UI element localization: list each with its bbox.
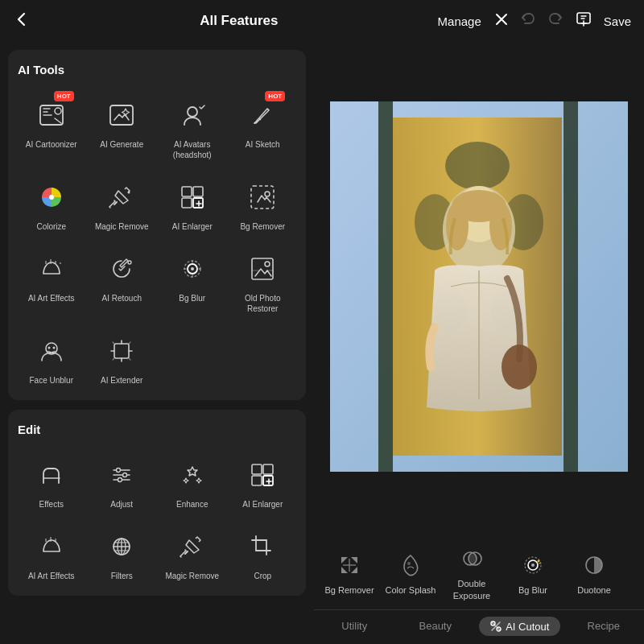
svg-rect-9 bbox=[182, 198, 192, 208]
color-splash-icon bbox=[394, 549, 427, 581]
svg-rect-8 bbox=[193, 187, 203, 196]
tool-ai-extender[interactable]: AI Extender bbox=[89, 325, 156, 390]
svg-point-25 bbox=[118, 478, 122, 482]
svg-point-23 bbox=[117, 469, 121, 473]
tool-crop[interactable]: Crop bbox=[229, 521, 297, 586]
svg-point-56 bbox=[539, 563, 540, 564]
tool-colorize[interactable]: Colorize bbox=[18, 171, 85, 237]
bottom-tool-color-splash[interactable]: Color Splash bbox=[382, 544, 440, 601]
bottom-tool-label: DoubleExposure bbox=[453, 578, 490, 601]
tool-ai-generate[interactable]: AI Generate bbox=[89, 89, 156, 165]
tool-label: Magic Remove bbox=[95, 221, 149, 232]
tool-label: AI Art Effects bbox=[28, 571, 75, 581]
bottom-tabs: Utility Beauty AI Cutout Recipe bbox=[314, 609, 644, 644]
ai-tools-title: AI Tools bbox=[18, 63, 296, 76]
tool-ai-enlarger-edit[interactable]: AI Enlarger bbox=[229, 449, 297, 514]
tool-label: Old Photo Restorer bbox=[231, 293, 295, 314]
tool-bg-remover[interactable]: Bg Remover bbox=[229, 171, 297, 237]
bottom-tool-label: Bg Remover bbox=[324, 584, 374, 596]
bg-blur-icon bbox=[517, 549, 549, 581]
tool-ai-art-effects[interactable]: AI Art Effects bbox=[18, 243, 85, 319]
tool-bg-blur[interactable]: Bg Blur bbox=[159, 243, 226, 319]
bottom-tools-row: Bg Remover Color Splash bbox=[314, 531, 644, 609]
svg-rect-29 bbox=[263, 476, 273, 485]
tool-ai-enlarger[interactable]: AI Enlarger bbox=[159, 171, 226, 237]
tool-label: Colorize bbox=[36, 221, 66, 232]
tool-ai-cartoonizer[interactable]: HOT AI Cartoonizer bbox=[18, 89, 85, 165]
right-panel: Bg Remover Color Splash bbox=[314, 42, 644, 644]
svg-rect-7 bbox=[182, 187, 192, 196]
edit-tools-grid: Effects Adjust bbox=[18, 449, 296, 586]
svg-point-20 bbox=[47, 347, 50, 349]
tool-label: Enhance bbox=[176, 499, 208, 510]
page-title: All Features bbox=[40, 13, 438, 29]
svg-point-21 bbox=[52, 347, 55, 349]
redo-button[interactable] bbox=[547, 11, 564, 31]
left-panel: AI Tools HOT AI Cartoonizer bbox=[0, 42, 314, 644]
bottom-tool-label: Color Splash bbox=[386, 584, 436, 596]
tool-label: AI Art Effects bbox=[28, 293, 75, 303]
undo-button[interactable] bbox=[520, 11, 536, 31]
svg-point-55 bbox=[538, 559, 540, 562]
tool-filters[interactable]: Filters bbox=[89, 521, 156, 586]
bottom-tool-bg-blur[interactable]: Bg Blur bbox=[504, 544, 562, 601]
bottom-tool-double-exposure[interactable]: DoubleExposure bbox=[443, 538, 501, 606]
ai-tools-grid: HOT AI Cartoonizer bbox=[18, 89, 296, 390]
tab-recipe[interactable]: Recipe bbox=[564, 617, 645, 636]
tool-ai-avatars[interactable]: AI Avatars (headshot) bbox=[159, 89, 226, 165]
tool-label: AI Enlarger bbox=[172, 221, 213, 232]
svg-point-2 bbox=[55, 108, 61, 114]
save-button[interactable]: Save bbox=[604, 14, 631, 28]
tool-ai-retouch[interactable]: AI Retouch bbox=[89, 243, 156, 319]
bottom-tool-label: Duotone bbox=[577, 584, 611, 596]
tool-label: Magic Remove bbox=[165, 571, 219, 581]
double-exposure-icon bbox=[456, 543, 488, 575]
svg-rect-34 bbox=[564, 101, 578, 472]
svg-rect-3 bbox=[110, 105, 133, 125]
tool-label: AI Avatars (headshot) bbox=[160, 139, 225, 160]
tool-magic-remove-edit[interactable]: Magic Remove bbox=[159, 521, 226, 586]
bottom-tool-bg-remover[interactable]: Bg Remover bbox=[320, 544, 378, 601]
tool-label: Filters bbox=[111, 571, 133, 581]
tool-label: AI Retouch bbox=[102, 293, 142, 303]
close-button[interactable] bbox=[494, 12, 509, 31]
tool-effects[interactable]: Effects bbox=[18, 449, 85, 514]
tab-utility[interactable]: Utility bbox=[314, 617, 395, 636]
svg-rect-10 bbox=[193, 198, 203, 208]
tool-enhance[interactable]: Enhance bbox=[159, 449, 226, 514]
tool-adjust[interactable]: Adjust bbox=[89, 449, 156, 514]
svg-point-36 bbox=[445, 142, 510, 190]
tab-beauty[interactable]: Beauty bbox=[395, 617, 477, 636]
tool-label: AI Extender bbox=[101, 375, 142, 386]
photo-preview bbox=[330, 101, 628, 472]
bg-remover-icon bbox=[333, 549, 365, 581]
ai-tools-section: AI Tools HOT AI Cartoonizer bbox=[8, 50, 306, 400]
svg-point-16 bbox=[191, 267, 194, 270]
tool-label: AI Generate bbox=[100, 139, 143, 150]
svg-rect-26 bbox=[252, 464, 262, 474]
duotone-icon bbox=[578, 549, 610, 581]
tool-ai-sketch[interactable]: HOT AI Sketch bbox=[229, 89, 297, 165]
svg-point-49 bbox=[407, 562, 411, 565]
svg-point-18 bbox=[265, 262, 270, 266]
svg-point-5 bbox=[49, 195, 54, 200]
svg-point-13 bbox=[128, 261, 131, 264]
svg-point-12 bbox=[265, 192, 270, 196]
tool-label: Bg Remover bbox=[240, 221, 285, 232]
manage-button[interactable]: Manage bbox=[438, 14, 481, 28]
photo-area bbox=[314, 42, 644, 531]
tool-face-unblur[interactable]: Face Unblur bbox=[18, 325, 85, 390]
tool-label: Crop bbox=[254, 571, 271, 581]
tab-ai-cutout[interactable]: AI Cutout bbox=[479, 617, 560, 636]
header-actions: Save bbox=[494, 10, 631, 32]
export-button[interactable] bbox=[575, 10, 592, 32]
back-button[interactable] bbox=[13, 10, 31, 32]
bottom-tool-duotone[interactable]: Duotone bbox=[565, 544, 623, 601]
tool-magic-remove[interactable]: Magic Remove bbox=[89, 171, 156, 237]
tool-ai-art-effects-edit[interactable]: AI Art Effects bbox=[18, 521, 85, 586]
tool-label: AI Enlarger bbox=[242, 499, 283, 510]
svg-point-24 bbox=[123, 473, 127, 477]
tool-label: AI Sketch bbox=[246, 139, 280, 150]
edit-section: Edit Effects bbox=[8, 410, 306, 596]
tool-old-photo-restorer[interactable]: Old Photo Restorer bbox=[229, 243, 297, 319]
